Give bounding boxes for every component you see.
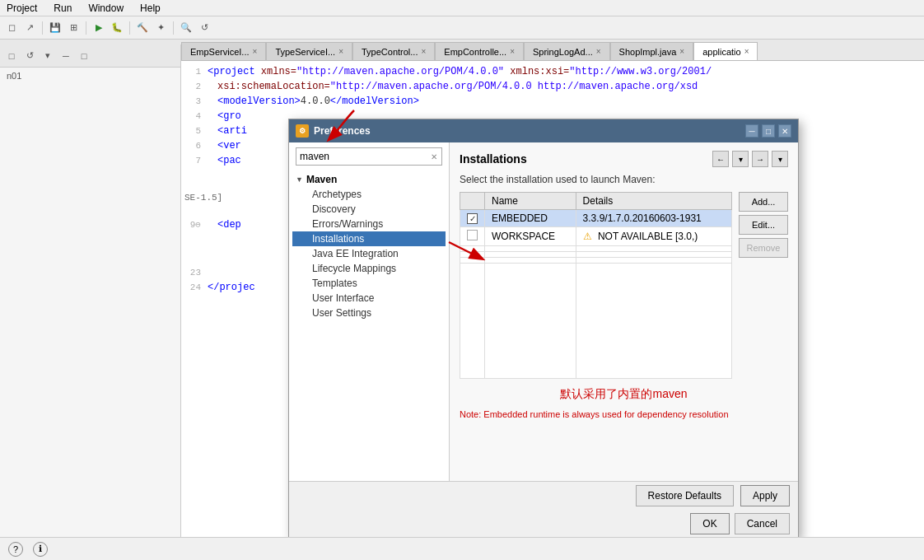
pref-tree-discovery[interactable]: Discovery (292, 202, 446, 217)
col-details: Details (576, 193, 731, 210)
dialog-close-btn[interactable]: ✕ (778, 124, 791, 138)
menu-project[interactable]: Project (3, 1, 40, 16)
pref-tree-archetypes[interactable]: Archetypes (292, 187, 446, 202)
maven-triangle-icon: ▼ (296, 175, 303, 184)
toolbar-save-all[interactable]: ⊞ (65, 20, 82, 36)
workspace-details: ⚠ NOT AVAILABLE [3.0,) (576, 227, 731, 246)
dialog-content: ✕ ▼ Maven Archetypes Discovery Errors/Wa… (289, 142, 798, 481)
ok-btn[interactable]: OK (690, 513, 729, 534)
info-btn[interactable]: ℹ (33, 542, 48, 557)
toolbar-new[interactable]: ◻ (3, 20, 20, 36)
pref-search-clear-icon[interactable]: ✕ (427, 149, 441, 164)
preferences-dialog: ⚙ Preferences ─ □ ✕ ✕ (288, 119, 799, 539)
pref-nav-back-dropdown[interactable]: ▾ (732, 151, 749, 167)
table-row-workspace[interactable]: WORKSPACE ⚠ NOT AVAILABLE [3.0,) (460, 227, 732, 246)
pref-nav-forward[interactable]: → (752, 151, 768, 167)
pref-right-pane: Installations ← ▾ → ▾ Select the install… (450, 142, 798, 481)
pref-tree-javaee[interactable]: Java EE Integration (292, 246, 446, 261)
workspace-name: WORKSPACE (485, 227, 576, 246)
cb-checked-icon: ✓ (467, 213, 478, 224)
dialog-footer-bottom: OK Cancel (289, 510, 798, 538)
embedded-details: 3.3.9/1.7.0.20160603-1931 (576, 210, 731, 227)
pref-description: Select the installation used to launch M… (460, 174, 788, 185)
pref-tree-installations[interactable]: Installations (292, 231, 446, 246)
dialog-title-text: Preferences (314, 125, 371, 137)
menu-window[interactable]: Window (85, 1, 127, 16)
menu-help[interactable]: Help (137, 1, 164, 16)
toolbar-debug[interactable]: 🐛 (109, 20, 125, 36)
note-text: Note: Embedded runtime is always used fo… (460, 408, 788, 421)
apply-btn[interactable]: Apply (740, 485, 790, 506)
pref-nav-forward-dropdown[interactable]: ▾ (772, 151, 788, 167)
toolbar-sep-3 (129, 21, 130, 35)
dialog-titlebar: ⚙ Preferences ─ □ ✕ (289, 119, 798, 142)
edit-installation-btn[interactable]: Edit... (739, 215, 788, 235)
toolbar-build[interactable]: 🔨 (134, 20, 151, 36)
toolbar-open[interactable]: ↗ (21, 20, 38, 36)
pref-tree-errors[interactable]: Errors/Warnings (292, 217, 446, 231)
toolbar-sep-1 (42, 21, 43, 35)
col-check (460, 193, 485, 210)
table-row-empty-3 (460, 258, 732, 264)
remove-installation-btn[interactable]: Remove (739, 238, 788, 258)
pref-tree-lifecycle[interactable]: Lifecycle Mappings (292, 261, 446, 276)
dialog-maximize-btn[interactable]: □ (762, 124, 775, 138)
main-toolbar: ◻ ↗ 💾 ⊞ ▶ 🐛 🔨 ✦ 🔍 ↺ (0, 16, 924, 40)
table-row-embedded[interactable]: ✓ EMBEDDED 3.3.9/1.7.0.20160603-1931 (460, 210, 732, 227)
pref-tree-templates[interactable]: Templates (292, 276, 446, 291)
pref-tree-maven-label: Maven (306, 174, 337, 185)
checkbox-workspace[interactable] (460, 227, 485, 246)
toolbar-clean[interactable]: ✦ (152, 20, 169, 36)
pref-section-title: Installations (460, 152, 527, 166)
col-name: Name (485, 193, 576, 210)
cb-unchecked-icon (467, 230, 478, 240)
dialog-window-controls: ─ □ ✕ (745, 124, 791, 138)
dialog-overlay: ⚙ Preferences ─ □ ✕ ✕ (0, 44, 924, 560)
bottom-bar: ? ℹ (0, 537, 924, 560)
warning-icon: ⚠ (583, 231, 592, 242)
add-installation-btn[interactable]: Add... (739, 192, 788, 212)
preferences-icon: ⚙ (296, 124, 309, 138)
pref-right-header: Installations ← ▾ → ▾ (460, 151, 788, 167)
restore-defaults-btn[interactable]: Restore Defaults (636, 485, 734, 506)
toolbar-save[interactable]: 💾 (47, 20, 63, 36)
toolbar-refresh[interactable]: ↺ (196, 20, 212, 36)
toolbar-sep-4 (173, 21, 174, 35)
table-actions: Add... Edit... Remove (739, 192, 788, 258)
checkbox-embedded[interactable]: ✓ (460, 210, 485, 227)
table-row-empty-4 (460, 264, 732, 379)
installations-table: Name Details ✓ EMBEDDED (460, 192, 732, 379)
toolbar-search[interactable]: 🔍 (178, 20, 194, 36)
dialog-footer-top: Restore Defaults Apply (289, 481, 798, 510)
menu-run[interactable]: Run (50, 1, 75, 16)
table-wrap: Name Details ✓ EMBEDDED (460, 192, 788, 379)
pref-tree: ▼ Maven Archetypes Discovery Errors/Warn… (289, 172, 449, 320)
pref-tree-maven[interactable]: ▼ Maven (292, 172, 446, 187)
help-btn[interactable]: ? (8, 542, 23, 557)
pref-nav-toolbar: ← ▾ → ▾ (712, 151, 788, 167)
table-row-empty-1 (460, 246, 732, 252)
ide-background: Project Run Window Help ◻ ↗ 💾 ⊞ ▶ 🐛 🔨 ✦ … (0, 0, 924, 560)
toolbar-run[interactable]: ▶ (91, 20, 107, 36)
embedded-name: EMBEDDED (485, 210, 576, 227)
dialog-body: ✕ ▼ Maven Archetypes Discovery Errors/Wa… (289, 142, 798, 538)
pref-search-box[interactable]: ✕ (296, 147, 442, 166)
pref-search-input[interactable] (296, 151, 427, 162)
pref-tree-ui[interactable]: User Interface (292, 291, 446, 306)
dialog-title-group: ⚙ Preferences (296, 124, 371, 138)
toolbar-sep-2 (86, 21, 86, 35)
cancel-btn[interactable]: Cancel (735, 513, 790, 534)
menu-bar: Project Run Window Help (0, 0, 924, 16)
dialog-minimize-btn[interactable]: ─ (745, 124, 758, 138)
table-row-empty-2 (460, 252, 732, 258)
pref-tree-usersettings[interactable]: User Settings (292, 306, 446, 320)
pref-left-pane: ✕ ▼ Maven Archetypes Discovery Errors/Wa… (289, 142, 450, 481)
annotation-text: 默认采用了内置的maven (460, 387, 788, 402)
pref-nav-back[interactable]: ← (712, 151, 729, 167)
